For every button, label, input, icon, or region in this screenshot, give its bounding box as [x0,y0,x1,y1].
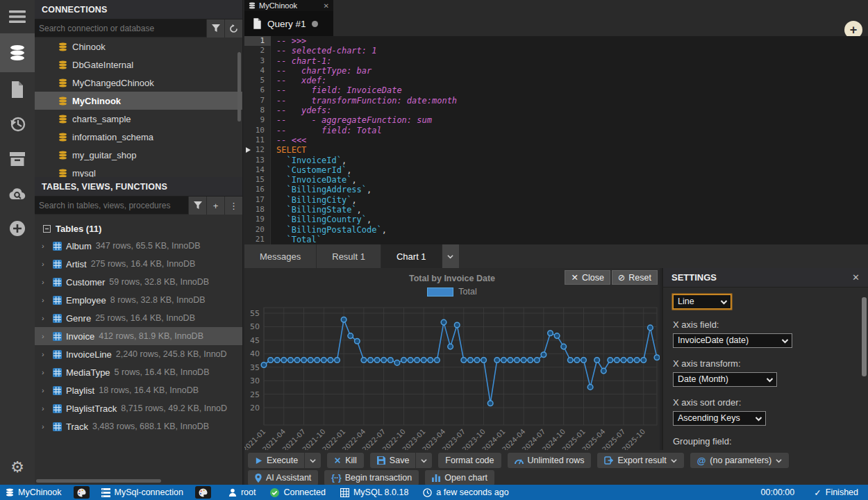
split-dropdown[interactable] [304,453,316,468]
editor-line[interactable]: 4-- chartType: bar [244,66,868,76]
chevron-right-icon[interactable]: › [42,278,49,286]
open-chart-button[interactable]: Open chart [425,470,494,485]
tables-group-row[interactable]: Tables (11) [35,220,242,237]
connection-item[interactable]: MyChinook [35,92,242,110]
chevron-right-icon[interactable]: › [42,296,49,304]
chart-reset-button[interactable]: ⊘ Reset [612,270,658,285]
connection-item[interactable]: charts_sample [35,110,242,128]
result-tab-result-1[interactable]: Result 1 [317,244,381,268]
sql-editor[interactable]: 1-- >>>2-- selected-chart: 13-- chart-1:… [244,36,868,244]
statusbar-database[interactable]: MyChinook [6,488,62,497]
database-color-button[interactable] [74,486,90,499]
table-row[interactable]: ›Track3,483 rows, 688.1 KB, InnoDB [35,417,242,435]
chevron-right-icon[interactable]: › [42,332,49,340]
table-row[interactable]: ›Album347 rows, 65.5 KB, InnoDB [35,237,242,255]
editor-line[interactable]: 17 `BillingCity`, [244,195,868,205]
line-chart[interactable]: 20253035404550552021-012021-042021-07202… [244,306,660,450]
table-row[interactable]: ›Playlist18 rows, 16.4 KB, InnoDB [35,381,242,399]
editor-line[interactable]: 11-- <<< [244,135,868,145]
editor-line[interactable]: 15 `InvoiceDate`, [244,175,868,185]
connections-scrollbar[interactable] [237,52,241,122]
table-row[interactable]: ›Genre25 rows, 16.4 KB, InnoDB [35,309,242,327]
tables-add-icon[interactable]: + [206,197,224,215]
editor-line[interactable]: 20 `BillingPostalCode`, [244,225,868,235]
x-axis-field-select[interactable]: InvoiceDate (date) [673,333,792,348]
editor-line[interactable]: 16 `BillingAddress`, [244,185,868,194]
editor-line[interactable]: 5-- xdef: [244,76,868,85]
chart-legend[interactable]: Total [244,287,660,297]
files-nav-icon[interactable] [0,72,35,107]
editor-line[interactable]: 3-- chart-1: [244,56,868,66]
chevron-right-icon[interactable]: › [42,242,49,250]
chevron-right-icon[interactable]: › [42,404,49,412]
table-row[interactable]: ›Employee8 rows, 32.8 KB, InnoDB [35,291,242,309]
table-row[interactable]: ›Artist275 rows, 16.4 KB, InnoDB [35,255,242,273]
chart-close-button[interactable]: ✕ Close [565,270,610,285]
table-row[interactable]: ›Invoice412 rows, 81.9 KB, InnoDB [35,327,242,345]
chevron-right-icon[interactable]: › [42,350,49,358]
tab-query-1[interactable]: Query #1 [244,11,333,36]
menu-icon[interactable] [0,0,35,33]
chart-type-select[interactable]: Line [673,294,731,309]
connections-refresh-icon[interactable] [224,19,242,38]
tables-hscrollbar[interactable] [36,479,161,483]
save-button[interactable]: Save [370,453,433,468]
begin-transaction-button[interactable]: {··}Begin transaction [324,470,419,485]
ai-assistant-button[interactable]: AI Assistant [248,470,318,485]
history-nav-icon[interactable] [0,107,35,142]
table-row[interactable]: ›PlaylistTrack8,715 rows, 49.2 KB, InnoD [35,399,242,417]
editor-line[interactable]: 7-- transformFunction: date:month [244,96,868,106]
table-row[interactable]: ›Customer59 rows, 32.8 KB, InnoDB [35,273,242,291]
cloud-search-nav-icon[interactable] [0,176,35,211]
unlimited-rows-button[interactable]: Unlimited rows [508,453,592,468]
editor-line[interactable]: 19 `BillingCountry`, [244,215,868,224]
execute-button[interactable]: Execute [248,453,321,468]
connection-item[interactable]: DbGateInternal [35,56,242,74]
no-parameters-button[interactable]: @(no parameters) [690,453,790,468]
editor-line[interactable]: 14 `CustomerId`, [244,165,868,175]
result-tab-messages[interactable]: Messages [244,244,317,268]
statusbar-connection[interactable]: MySql-connection [101,488,183,497]
x-axis-sort-select[interactable]: Ascending Keys [673,411,766,426]
editor-line[interactable]: 12SELECT [244,145,868,155]
split-dropdown[interactable] [415,453,427,468]
editor-line[interactable]: 10-- field: Total [244,126,868,135]
editor-line[interactable]: 18 `BillingState`, [244,205,868,215]
connection-item[interactable]: Chinook [35,38,242,56]
tables-menu-icon[interactable]: ⋮ [224,197,242,215]
connection-item[interactable]: MyChangedChinook [35,74,242,92]
connection-item[interactable]: information_schema [35,128,242,146]
table-row[interactable]: ›InvoiceLine2,240 rows, 245.8 KB, InnoD [35,345,242,363]
editor-line[interactable]: 2-- selected-chart: 1 [244,46,868,56]
chevron-right-icon[interactable]: › [42,386,49,394]
chevron-right-icon[interactable]: › [42,368,49,376]
format-code-button[interactable]: Format code [438,453,501,468]
x-axis-transform-select[interactable]: Date (Month) [673,372,777,387]
connection-color-button[interactable] [195,486,211,499]
add-connection-icon[interactable] [0,211,35,246]
settings-gear-icon[interactable]: ⚙ [0,458,35,476]
table-row[interactable]: ›MediaType5 rows, 16.4 KB, InnoDB [35,363,242,381]
database-nav-icon[interactable] [0,33,35,72]
tables-search-input[interactable] [35,197,188,214]
connection-item[interactable]: mysql [35,164,242,177]
settings-scrollbar[interactable] [862,297,867,376]
editor-line[interactable]: 9-- - aggregateFunction: sum [244,115,868,125]
settings-close-icon[interactable]: ✕ [852,268,860,288]
close-tab-icon[interactable]: ✕ [324,2,329,10]
archive-nav-icon[interactable] [0,142,35,176]
chevron-right-icon[interactable]: › [42,314,49,322]
editor-line[interactable]: 21 `Total` [244,235,868,244]
editor-line[interactable]: 1-- >>> [244,36,868,46]
connection-item[interactable]: my_guitar_shop [35,146,242,164]
kill-button[interactable]: Kill [327,453,364,468]
editor-line[interactable]: 8-- ydefs: [244,106,868,115]
export-result-button[interactable]: Export result [597,453,683,468]
connections-filter-icon[interactable] [206,19,224,38]
tab-mychinook[interactable]: MyChinook ✕ [244,0,333,11]
editor-line[interactable]: 13 `InvoiceId`, [244,156,868,165]
tables-filter-icon[interactable] [188,197,206,215]
result-tab-chart-1[interactable]: Chart 1 [381,244,442,268]
connections-search-input[interactable] [35,19,206,37]
chevron-right-icon[interactable]: › [42,260,49,268]
